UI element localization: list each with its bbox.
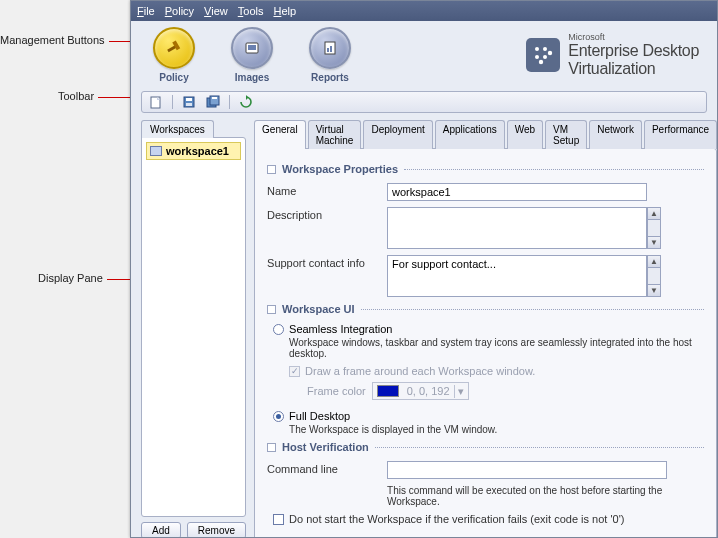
frame-color-label: Frame color [307, 385, 366, 397]
checkbox-dont-start[interactable] [273, 514, 284, 525]
mgmt-reports-button[interactable]: Reports [305, 27, 355, 83]
reports-icon [309, 27, 351, 69]
mgmt-policy-label: Policy [149, 72, 199, 83]
management-buttons: Policy Images Reports [149, 27, 355, 83]
svg-point-8 [543, 47, 547, 51]
tab-body-general: Workspace Properties Name Description ▲▼… [254, 148, 717, 538]
menu-file[interactable]: File [137, 5, 155, 17]
workspace-item-label: workspace1 [166, 145, 229, 157]
toolbar-saveall-icon[interactable] [205, 94, 221, 110]
support-label: Support contact info [267, 255, 387, 269]
remove-button[interactable]: Remove [187, 522, 246, 538]
svg-point-10 [543, 55, 547, 59]
workspaces-panel: Workspaces workspace1 Add Remove [141, 119, 246, 538]
scrollbar[interactable]: ▲▼ [647, 207, 661, 249]
svg-rect-6 [330, 46, 332, 52]
workspaces-tab[interactable]: Workspaces [141, 120, 214, 138]
tabs: General Virtual Machine Deployment Appli… [254, 119, 717, 148]
section-host-verification: Host Verification [267, 441, 704, 453]
chevron-down-icon: ▾ [454, 385, 468, 398]
name-label: Name [267, 183, 387, 197]
toolbar-refresh-icon[interactable] [238, 94, 254, 110]
scroll-up-icon[interactable]: ▲ [647, 255, 661, 268]
callout-management-buttons: Management Buttons [0, 34, 139, 46]
brand-line2: Virtualization [568, 60, 699, 78]
color-swatch-icon [377, 385, 399, 397]
svg-rect-5 [327, 48, 329, 52]
checkbox-draw-frame [289, 366, 300, 377]
mgmt-policy-button[interactable]: Policy [149, 27, 199, 83]
svg-point-11 [548, 51, 552, 55]
radio-seamless-label: Seamless Integration [289, 323, 392, 335]
radio-seamless[interactable] [273, 324, 284, 335]
menu-help[interactable]: Help [273, 5, 296, 17]
tab-vm-setup[interactable]: VM Setup [545, 120, 587, 149]
mgmt-reports-label: Reports [305, 72, 355, 83]
brand: Microsoft Enterprise Desktop Virtualizat… [526, 32, 707, 78]
menu-tools[interactable]: Tools [238, 5, 264, 17]
menubar: File Policy View Tools Help [131, 1, 717, 21]
menu-view[interactable]: View [204, 5, 228, 17]
description-textarea[interactable] [387, 207, 647, 249]
add-button[interactable]: Add [141, 522, 181, 538]
checkbox-draw-frame-label: Draw a frame around each Workspace windo… [305, 365, 535, 377]
svg-rect-3 [248, 45, 256, 50]
svg-rect-15 [186, 98, 192, 101]
brand-logo-icon [526, 38, 560, 72]
toolbar [141, 91, 707, 113]
tab-deployment[interactable]: Deployment [363, 120, 432, 149]
tab-applications[interactable]: Applications [435, 120, 505, 149]
toolbar-new-icon[interactable] [148, 94, 164, 110]
brand-company: Microsoft [568, 32, 699, 42]
workspace-item[interactable]: workspace1 [146, 142, 241, 160]
section-workspace-ui: Workspace UI [267, 303, 704, 315]
main-panel: General Virtual Machine Deployment Appli… [254, 119, 717, 538]
toolbar-save-icon[interactable] [181, 94, 197, 110]
tab-virtual-machine[interactable]: Virtual Machine [308, 120, 362, 149]
seamless-description: Workspace windows, taskbar and system tr… [289, 337, 704, 359]
svg-rect-19 [212, 97, 217, 99]
svg-rect-16 [186, 103, 192, 106]
scroll-down-icon[interactable]: ▼ [647, 284, 661, 297]
tab-general[interactable]: General [254, 120, 306, 149]
gavel-icon [153, 27, 195, 69]
radio-full-desktop[interactable] [273, 411, 284, 422]
tab-web[interactable]: Web [507, 120, 543, 149]
scrollbar[interactable]: ▲▼ [647, 255, 661, 297]
name-input[interactable] [387, 183, 647, 201]
command-line-label: Command line [267, 461, 387, 475]
mgmt-images-button[interactable]: Images [227, 27, 277, 83]
monitor-icon [150, 146, 162, 156]
svg-point-12 [539, 60, 543, 64]
section-workspace-properties: Workspace Properties [267, 163, 704, 175]
svg-point-9 [535, 55, 539, 59]
callout-display-pane: Display Pane [38, 272, 137, 284]
callout-toolbar: Toolbar [58, 90, 134, 102]
radio-full-desktop-label: Full Desktop [289, 410, 350, 422]
mgmt-images-label: Images [227, 72, 277, 83]
support-textarea[interactable] [387, 255, 647, 297]
command-line-note: This command will be executed on the hos… [387, 485, 704, 507]
command-line-input[interactable] [387, 461, 667, 479]
svg-point-7 [535, 47, 539, 51]
description-label: Description [267, 207, 387, 221]
images-icon [231, 27, 273, 69]
scroll-up-icon[interactable]: ▲ [647, 207, 661, 220]
menu-policy[interactable]: Policy [165, 5, 194, 17]
brand-line1: Enterprise Desktop [568, 42, 699, 60]
tab-performance[interactable]: Performance [644, 120, 717, 149]
frame-color-value: 0, 0, 192 [403, 385, 454, 397]
app-window: File Policy View Tools Help Policy Image… [130, 0, 718, 538]
full-desktop-description: The Workspace is displayed in the VM win… [289, 424, 704, 435]
workspaces-list[interactable]: workspace1 [141, 137, 246, 517]
scroll-down-icon[interactable]: ▼ [647, 236, 661, 249]
checkbox-dont-start-label: Do not start the Workspace if the verifi… [289, 513, 624, 525]
tab-network[interactable]: Network [589, 120, 642, 149]
frame-color-picker: 0, 0, 192 ▾ [372, 382, 469, 400]
